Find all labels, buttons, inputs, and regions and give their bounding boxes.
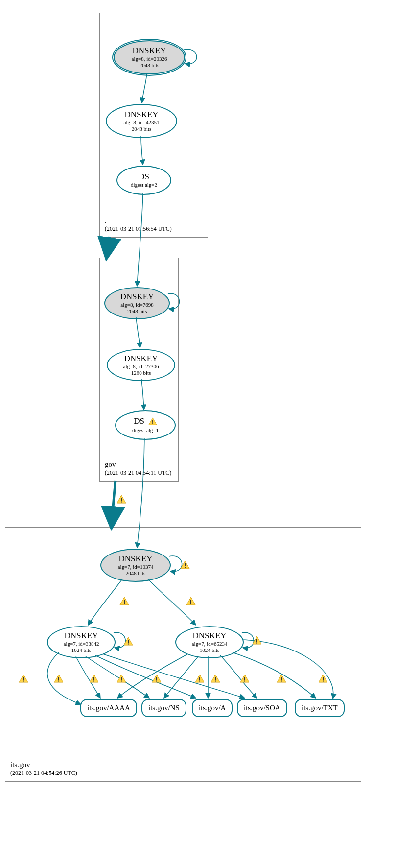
warning-icon bbox=[116, 495, 126, 504]
warning-icon bbox=[318, 674, 328, 683]
warning-icon bbox=[186, 597, 196, 605]
warning-icon bbox=[148, 417, 157, 427]
ds-gov: DS digest alg=1 bbox=[115, 410, 176, 440]
dnskey-itsgov-zsk2: DNSKEY alg=7, id=65234 1024 bits bbox=[175, 626, 244, 658]
warning-icon bbox=[89, 674, 99, 683]
node-alg: alg=7, id=65234 bbox=[192, 641, 228, 647]
dnskey-root-zsk: DNSKEY alg=8, id=42351 2048 bits bbox=[106, 104, 177, 138]
rrset-soa: its.gov/SOA bbox=[237, 699, 287, 717]
node-title: DS bbox=[134, 416, 144, 426]
node-alg: alg=8, id=27306 bbox=[123, 363, 159, 370]
rrset-aaaa: its.gov/AAAA bbox=[80, 699, 137, 717]
zone-root-label: . (2021-03-21 01:56:54 UTC) bbox=[105, 216, 172, 233]
warning-icon bbox=[123, 637, 133, 646]
rrset-a: its.gov/A bbox=[192, 699, 233, 717]
rrset-ns: its.gov/NS bbox=[141, 699, 186, 717]
dnskey-itsgov-zsk1: DNSKEY alg=7, id=33842 1024 bits bbox=[47, 626, 116, 658]
zone-gov-name: gov bbox=[105, 460, 171, 470]
node-alg: alg=8, id=7698 bbox=[120, 302, 153, 308]
node-bits: 1280 bits bbox=[131, 370, 151, 376]
dnskey-gov-ksk: DNSKEY alg=8, id=7698 2048 bits bbox=[104, 287, 170, 319]
node-bits: 2048 bits bbox=[132, 126, 152, 132]
warning-icon bbox=[252, 636, 262, 645]
dnskey-root-ksk: DNSKEY alg=8, id=20326 2048 bits bbox=[114, 40, 185, 74]
dnskey-gov-zsk: DNSKEY alg=8, id=27306 1280 bits bbox=[107, 349, 175, 381]
warning-icon bbox=[152, 674, 162, 683]
node-digest: digest alg=1 bbox=[132, 427, 159, 434]
zone-itsgov-label: its.gov (2021-03-21 04:54:26 UTC) bbox=[10, 760, 77, 777]
warning-icon bbox=[240, 674, 250, 683]
node-alg: alg=7, id=10374 bbox=[118, 564, 154, 570]
node-title: DNSKEY bbox=[133, 46, 166, 56]
node-bits: 2048 bits bbox=[126, 570, 146, 577]
node-digest: digest alg=2 bbox=[131, 182, 157, 188]
warning-icon bbox=[54, 674, 64, 683]
warning-icon bbox=[119, 597, 129, 605]
node-bits: 1024 bits bbox=[200, 647, 220, 653]
warning-icon bbox=[210, 674, 220, 683]
warning-icon bbox=[19, 674, 28, 683]
zone-itsgov-name: its.gov bbox=[10, 760, 77, 770]
dnskey-itsgov-ksk: DNSKEY alg=7, id=10374 2048 bits bbox=[100, 549, 171, 582]
node-bits: 2048 bits bbox=[127, 308, 147, 314]
node-bits: 1024 bits bbox=[71, 647, 92, 653]
zone-itsgov-ts: (2021-03-21 04:54:26 UTC) bbox=[10, 770, 77, 777]
node-title: DS bbox=[139, 172, 149, 182]
node-alg: alg=8, id=42351 bbox=[124, 120, 160, 126]
node-bits: 2048 bits bbox=[140, 62, 160, 69]
node-alg: alg=7, id=33842 bbox=[64, 641, 99, 647]
zone-gov-ts: (2021-03-21 04:54:11 UTC) bbox=[105, 469, 171, 477]
node-title: DNSKEY bbox=[119, 554, 153, 564]
node-title: DNSKEY bbox=[193, 631, 227, 641]
ds-root: DS digest alg=2 bbox=[116, 166, 171, 195]
rrset-txt: its.gov/TXT bbox=[295, 699, 345, 717]
node-title: DNSKEY bbox=[120, 292, 154, 302]
zone-root-ts: (2021-03-21 01:56:54 UTC) bbox=[105, 225, 172, 233]
node-title: DNSKEY bbox=[124, 354, 158, 363]
warning-icon bbox=[277, 674, 286, 683]
node-title: DNSKEY bbox=[125, 110, 159, 120]
node-title: DNSKEY bbox=[65, 631, 98, 641]
zone-gov-label: gov (2021-03-21 04:54:11 UTC) bbox=[105, 460, 171, 477]
warning-icon bbox=[195, 674, 205, 683]
warning-icon bbox=[116, 674, 126, 683]
zone-root-name: . bbox=[105, 216, 172, 226]
warning-icon bbox=[180, 560, 190, 569]
node-alg: alg=8, id=20326 bbox=[132, 56, 167, 62]
